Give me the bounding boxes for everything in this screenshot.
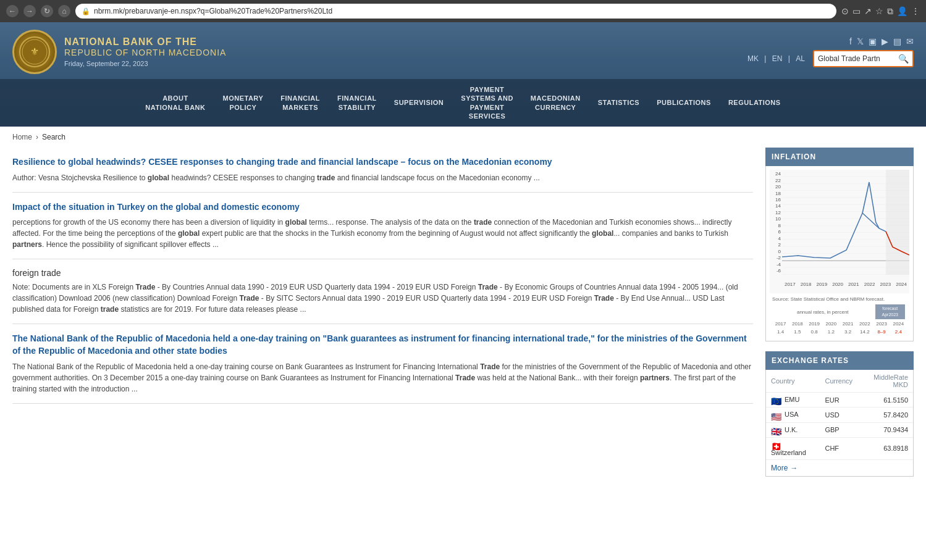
lang-al[interactable]: AL [796,54,805,63]
lang-mk[interactable]: MK [747,54,759,63]
exchange-rates-header: EXCHANGE RATES [765,351,914,370]
menu-icon[interactable]: ⋮ [911,6,920,16]
social-icons: f 𝕏 ▣ ▶ ▤ ✉ [849,36,914,46]
inflation-chart: 2422201816 14121086 420-2-4-6 [766,166,913,341]
country-emu: 🇪🇺EMU [766,393,820,407]
header-right: f 𝕏 ▣ ▶ ▤ ✉ MK | EN | AL 🔍 [746,36,914,67]
share-icon[interactable]: ↗ [864,6,872,16]
currency-eur: EUR [820,393,857,407]
col-currency: Currency [820,370,857,393]
browser-toolbar: ⊙ ▭ ↗ ☆ ⧉ 👤 ⋮ [841,6,920,17]
result-excerpt: Note: Documents are in XLS Foreign Trade… [12,282,753,315]
col-rate: MiddleRate MKD [857,370,913,393]
exchange-row: 🇬🇧U.K. GBP 70.9434 [766,422,913,437]
url-bar[interactable]: 🔒 nbrm.mk/prebaruvanje-en.nspx?q=Global%… [75,4,836,19]
search-box[interactable]: 🔍 [813,50,914,67]
rate-chf: 63.8918 [857,437,913,459]
breadcrumb-current: Search [42,133,65,141]
result-title[interactable]: Resilience to global headwinds? CESEE re… [12,156,753,169]
result-title[interactable]: Impact of the situation in Turkey on the… [12,201,753,214]
more-link[interactable]: More → [766,460,913,476]
breadcrumb-home[interactable]: Home [12,133,32,141]
result-title[interactable]: The National Bank of the Republic of Mac… [12,333,753,357]
inflation-widget: INFLATION 2422201816 14121086 420-2-4-6 [765,148,914,341]
country-usa: 🇺🇸USA [766,407,820,422]
currency-usd: USD [820,407,857,422]
chart-source: Source: State Statistical Office and NBR… [770,293,909,337]
breadcrumb: Home › Search [0,127,926,148]
facebook-icon[interactable]: f [849,36,852,46]
browser-chrome: ← → ↻ ⌂ 🔒 nbrm.mk/prebaruvanje-en.nspx?q… [0,0,926,22]
svg-text:⚜: ⚜ [30,46,39,57]
language-selector[interactable]: MK | EN | AL [746,54,807,63]
site-header: ⚜ NATIONAL BANK OF THE REPUBLIC OF NORTH… [0,22,926,127]
country-uk: 🇬🇧U.K. [766,422,820,437]
exchange-rates-body: Country Currency MiddleRate MKD 🇪🇺EMU EU… [765,370,914,476]
y-axis-labels: 2422201816 14121086 420-2-4-6 [770,170,782,275]
exchange-table: Country Currency MiddleRate MKD 🇪🇺EMU EU… [766,370,913,459]
exchange-rates-widget: EXCHANGE RATES Country Currency MiddleRa… [765,351,914,476]
exchange-row: 🇪🇺EMU EUR 61.5150 [766,393,913,407]
inflation-header: INFLATION [765,148,914,166]
result-excerpt: perceptions for growth of the US economy… [12,217,753,250]
flag-uk: 🇬🇧 [771,427,782,434]
result-title[interactable]: foreign trade [12,268,753,278]
logo-area: ⚜ NATIONAL BANK OF THE REPUBLIC OF NORTH… [12,30,226,74]
rate-gbp: 70.9434 [857,422,913,437]
flag-eu: 🇪🇺 [771,396,782,404]
currency-gbp: GBP [820,422,857,437]
forecast-label: forecastApr2023 [875,304,906,319]
chart-svg [782,170,909,275]
refresh-button[interactable]: ↻ [41,5,53,17]
result-excerpt: Author: Vesna Stojchevska Resilience to … [12,172,753,183]
profile-icon[interactable]: 👤 [897,6,907,16]
extension-icon[interactable]: ⧉ [887,6,893,17]
arrow-icon: → [790,464,798,472]
search-results: Resilience to global headwinds? CESEE re… [12,148,753,487]
flag-us: 🇺🇸 [771,412,782,419]
search-button[interactable]: 🔍 [898,54,909,64]
bookmark-icon[interactable]: ☆ [875,6,883,16]
twitter-icon[interactable]: 𝕏 [857,36,864,46]
chart-area: 2422201816 14121086 420-2-4-6 [770,170,909,293]
flag-ch: 🇨🇭 [771,441,782,449]
forward-button[interactable]: → [23,5,36,17]
x-axis-labels: 20172018201920202021202220232024 [782,275,909,293]
bank-logo[interactable]: ⚜ [12,30,57,74]
col-country: Country [766,370,820,393]
result-excerpt: The National Bank of the Republic of Mac… [12,361,753,395]
instagram-icon[interactable]: ▣ [869,36,877,46]
currency-chf: CHF [820,437,857,459]
country-ch: 🇨🇭Switzerland [766,437,820,459]
lang-search-row: MK | EN | AL 🔍 [746,50,914,67]
exchange-row: 🇺🇸USA USD 57.8420 [766,407,913,422]
inflation-body: 2422201816 14121086 420-2-4-6 [765,166,914,341]
result-item: foreign trade Note: Documents are in XLS… [12,259,753,324]
main-layout: Resilience to global headwinds? CESEE re… [0,148,926,499]
result-item: Resilience to global headwinds? CESEE re… [12,148,753,193]
youtube-icon[interactable]: ▶ [882,36,888,46]
result-item: Impact of the situation in Turkey on the… [12,193,753,260]
back-button[interactable]: ← [6,5,19,17]
rate-eur: 61.5150 [857,393,913,407]
breadcrumb-separator: › [36,133,38,141]
rss-icon[interactable]: ▤ [893,36,901,46]
svg-rect-6 [886,170,909,275]
email-icon[interactable]: ✉ [906,36,914,46]
rate-usd: 57.8420 [857,407,913,422]
logo-text: NATIONAL BANK OF THE REPUBLIC OF NORTH M… [64,36,226,67]
google-icon[interactable]: ⊙ [841,6,849,16]
lang-en[interactable]: EN [772,54,783,63]
home-button[interactable]: ⌂ [58,5,70,17]
chart-data-table: annual rates, in percent forecastApr2023… [772,304,907,336]
result-item: The National Bank of the Republic of Mac… [12,324,753,403]
search-input[interactable] [818,54,898,63]
exchange-row: 🇨🇭Switzerland CHF 63.8918 [766,437,913,459]
cast-icon[interactable]: ▭ [852,6,861,16]
sidebar: INFLATION 2422201816 14121086 420-2-4-6 [765,148,914,487]
